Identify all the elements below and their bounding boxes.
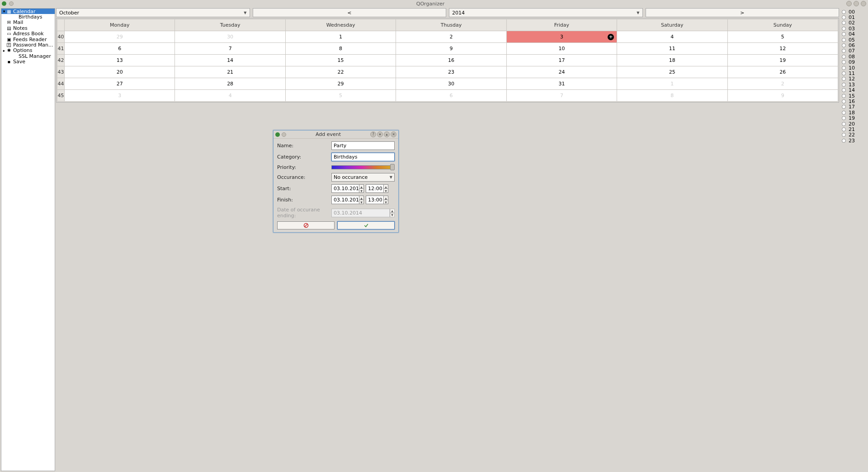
- sidebar-item-options[interactable]: ▸Options: [1, 48, 55, 53]
- sidebar-item-adress-book[interactable]: Adress Book: [1, 31, 55, 37]
- hour-radio[interactable]: [842, 88, 846, 92]
- tree-caret-icon[interactable]: ▸: [2, 48, 6, 53]
- sidebar-item-birthdays[interactable]: Birthdays: [1, 14, 55, 19]
- dialog-help-button[interactable]: ?: [370, 131, 376, 137]
- calendar-day-cell[interactable]: 7: [506, 90, 617, 102]
- add-event-icon[interactable]: +: [608, 34, 614, 40]
- spin-up-icon[interactable]: ▲: [359, 196, 363, 200]
- hour-row-21[interactable]: 21: [840, 126, 867, 132]
- hour-row-08[interactable]: 08: [840, 54, 867, 59]
- calendar-day-cell[interactable]: 31: [506, 78, 617, 90]
- calendar-day-cell[interactable]: 23: [396, 66, 506, 78]
- calendar-day-cell[interactable]: 2: [396, 31, 506, 43]
- cancel-button[interactable]: [277, 221, 335, 229]
- calendar-day-cell[interactable]: 5: [285, 90, 396, 102]
- spin-down-icon[interactable]: ▼: [359, 200, 363, 204]
- calendar-day-cell[interactable]: 21: [175, 66, 285, 78]
- calendar-day-cell[interactable]: 1: [617, 78, 727, 90]
- hour-row-19[interactable]: 19: [840, 115, 867, 121]
- start-time-spinner[interactable]: 12:00 ▲▼: [366, 184, 388, 193]
- hour-radio[interactable]: [842, 77, 846, 81]
- hour-radio[interactable]: [842, 99, 846, 103]
- hour-radio[interactable]: [842, 43, 846, 47]
- calendar-day-cell[interactable]: 7: [175, 43, 285, 55]
- calendar-day-cell[interactable]: 5: [727, 31, 838, 43]
- month-selector[interactable]: October ▼: [56, 8, 250, 17]
- hour-radio[interactable]: [842, 122, 846, 126]
- hour-row-03[interactable]: 03: [840, 26, 867, 31]
- spin-down-icon[interactable]: ▼: [383, 200, 388, 204]
- dialog-close-button[interactable]: ✕: [391, 131, 396, 137]
- maximize-button[interactable]: [854, 1, 859, 6]
- calendar-day-cell[interactable]: 6: [396, 90, 506, 102]
- calendar-day-cell[interactable]: 2: [727, 78, 838, 90]
- hour-row-02[interactable]: 02: [840, 20, 867, 26]
- occurance-selector[interactable]: No occurance ▼: [331, 173, 395, 182]
- calendar-day-cell[interactable]: 30: [396, 78, 506, 90]
- calendar-day-cell[interactable]: 8: [285, 43, 396, 55]
- hour-row-16[interactable]: 16: [840, 98, 867, 104]
- hour-radio[interactable]: [842, 105, 846, 109]
- sidebar-item-feeds-reader[interactable]: Feeds Reader: [1, 37, 55, 42]
- sidebar-item-ssl-manager[interactable]: SSL Manager: [1, 53, 55, 59]
- hour-radio[interactable]: [842, 38, 846, 42]
- calendar-day-cell[interactable]: 24: [506, 66, 617, 78]
- hour-radio[interactable]: [842, 15, 846, 19]
- calendar-day-cell[interactable]: 11: [617, 43, 727, 55]
- hour-row-20[interactable]: 20: [840, 121, 867, 126]
- hour-radio[interactable]: [842, 60, 846, 64]
- priority-slider[interactable]: [331, 164, 395, 170]
- hour-radio[interactable]: [842, 133, 846, 137]
- calendar-day-cell[interactable]: 8: [617, 90, 727, 102]
- calendar-day-cell[interactable]: 4: [175, 90, 285, 102]
- hour-row-22[interactable]: 22: [840, 132, 867, 138]
- spin-down-icon[interactable]: ▼: [359, 189, 363, 192]
- hour-radio[interactable]: [842, 111, 846, 115]
- calendar-day-cell[interactable]: 29: [65, 31, 175, 43]
- hour-row-00[interactable]: 00: [840, 9, 867, 14]
- hour-radio[interactable]: [842, 83, 846, 87]
- hour-row-04[interactable]: 04: [840, 32, 867, 37]
- finish-date-spinner[interactable]: 03.10.2014 ▲▼: [331, 196, 364, 204]
- hour-radio[interactable]: [842, 66, 846, 70]
- hour-radio[interactable]: [842, 27, 846, 31]
- hour-row-14[interactable]: 14: [840, 87, 867, 93]
- spin-up-icon[interactable]: ▲: [359, 185, 363, 189]
- hour-row-09[interactable]: 09: [840, 60, 867, 65]
- category-input[interactable]: Birthdays: [331, 153, 395, 161]
- hour-radio[interactable]: [842, 21, 846, 25]
- minimize-button[interactable]: [846, 1, 852, 6]
- hour-radio[interactable]: [842, 10, 846, 14]
- hour-radio[interactable]: [842, 139, 846, 143]
- hour-row-15[interactable]: 15: [840, 93, 867, 98]
- hour-row-17[interactable]: 17: [840, 104, 867, 110]
- dialog-shade-button[interactable]: ▾: [377, 131, 383, 137]
- priority-slider-handle[interactable]: [390, 164, 395, 170]
- hour-row-05[interactable]: 05: [840, 37, 867, 42]
- spin-up-icon[interactable]: ▲: [383, 185, 388, 189]
- hour-row-06[interactable]: 06: [840, 42, 867, 48]
- hour-row-10[interactable]: 10: [840, 65, 867, 70]
- ok-button[interactable]: [337, 221, 395, 229]
- calendar-day-cell[interactable]: 1: [285, 31, 396, 43]
- calendar-day-cell[interactable]: 20: [65, 66, 175, 78]
- calendar-day-cell[interactable]: 27: [65, 78, 175, 90]
- calendar-day-cell[interactable]: 12: [727, 43, 838, 55]
- hour-row-23[interactable]: 23: [840, 138, 867, 143]
- hour-radio[interactable]: [842, 116, 846, 120]
- hour-row-07[interactable]: 07: [840, 48, 867, 54]
- sidebar-item-calendar[interactable]: ▾Calendar: [1, 9, 55, 14]
- hour-radio[interactable]: [842, 49, 846, 53]
- hour-radio[interactable]: [842, 55, 846, 59]
- spin-up-icon[interactable]: ▲: [383, 196, 388, 200]
- hour-row-18[interactable]: 18: [840, 110, 867, 115]
- hour-row-01[interactable]: 01: [840, 14, 867, 20]
- calendar-day-cell[interactable]: 3: [65, 90, 175, 102]
- prev-month-button[interactable]: <: [253, 8, 447, 17]
- next-month-button[interactable]: >: [646, 8, 840, 17]
- sidebar-item-password-man-[interactable]: Password Man...: [1, 42, 55, 47]
- calendar-day-cell[interactable]: 6: [65, 43, 175, 55]
- hour-radio[interactable]: [842, 71, 846, 75]
- calendar-day-cell[interactable]: 9: [396, 43, 506, 55]
- sidebar-item-save[interactable]: Save: [1, 59, 55, 65]
